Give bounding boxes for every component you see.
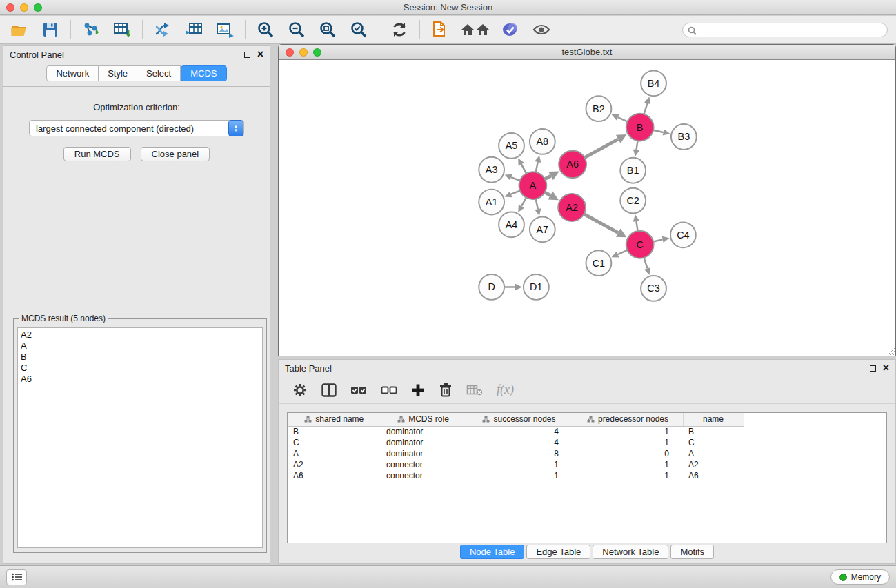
float-panel-icon[interactable] (244, 52, 250, 58)
network-node-A4[interactable]: A4 (499, 212, 524, 237)
tab-select[interactable]: Select (137, 65, 181, 81)
table-row[interactable]: A6connector11A6 (288, 470, 744, 481)
network-minimize-button[interactable] (299, 48, 308, 57)
network-edge-C-C4[interactable] (653, 239, 663, 241)
network-node-B[interactable]: B (626, 114, 654, 141)
table-row[interactable]: Adominator80A (288, 448, 744, 459)
network-node-C3[interactable]: C3 (641, 276, 666, 301)
network-edge-C-C2[interactable] (636, 221, 637, 231)
network-node-D1[interactable]: D1 (524, 274, 549, 300)
network-node-C4[interactable]: C4 (670, 222, 696, 247)
network-edge-C-C1[interactable] (618, 250, 628, 254)
network-edge-C-C3[interactable] (644, 258, 648, 269)
maximize-window-button[interactable] (34, 3, 42, 12)
network-edge-A-A3[interactable] (511, 177, 520, 181)
open-session-icon[interactable] (8, 19, 30, 41)
column-header-predecessor-nodes[interactable]: predecessor nodes (573, 413, 683, 426)
memory-button[interactable]: Memory (830, 569, 890, 585)
show-columns-icon[interactable] (321, 383, 337, 397)
network-maximize-button[interactable] (313, 48, 321, 57)
network-node-B4[interactable]: B4 (641, 70, 666, 96)
tab-mcds[interactable]: MCDS (181, 65, 226, 81)
network-node-C1[interactable]: C1 (586, 250, 612, 276)
network-edge-B-B3[interactable] (653, 130, 664, 132)
function-builder-icon[interactable]: f(x) (497, 383, 514, 397)
home-icon[interactable] (460, 19, 490, 41)
network-edge-A-A5[interactable] (521, 164, 526, 173)
network-node-A5[interactable]: A5 (499, 133, 524, 159)
network-node-A3[interactable]: A3 (479, 157, 504, 183)
network-edge-B-B1[interactable] (636, 141, 637, 150)
column-header-shared-name[interactable]: shared name (288, 413, 381, 426)
new-network-table-icon[interactable] (183, 19, 205, 41)
export-image-icon[interactable] (214, 19, 236, 41)
network-node-C[interactable]: C (626, 231, 654, 258)
resize-grip-icon[interactable] (886, 347, 895, 355)
network-node-A6[interactable]: A6 (559, 150, 586, 178)
new-network-icon[interactable] (152, 19, 174, 41)
close-panel-button[interactable]: Close panel (141, 147, 210, 161)
network-canvas[interactable]: B4B2BB3A5A8A6A3B1AC2A1A2A4A7C4CC1C3DD1 (279, 61, 895, 356)
tab-motifs[interactable]: Motifs (670, 545, 714, 559)
mcds-result-item[interactable]: B (21, 352, 259, 363)
network-edge-B-B4[interactable] (644, 103, 648, 114)
zoom-out-icon[interactable] (286, 19, 308, 41)
zoom-in-icon[interactable] (255, 19, 277, 41)
close-table-panel-icon[interactable]: × (883, 365, 889, 372)
close-window-button[interactable] (6, 3, 14, 12)
deselect-all-icon[interactable] (381, 385, 397, 396)
network-node-B2[interactable]: B2 (586, 96, 612, 121)
network-edge-B-B2[interactable] (618, 117, 628, 121)
table-row[interactable]: A2connector11A2 (288, 459, 744, 470)
table-row[interactable]: Bdominator41B (288, 426, 744, 437)
tab-edge-table[interactable]: Edge Table (526, 545, 590, 559)
network-node-A2[interactable]: A2 (558, 194, 586, 221)
column-header-successor-nodes[interactable]: successor nodes (466, 413, 573, 426)
network-edge-A-A4[interactable] (521, 198, 526, 207)
import-table-icon[interactable] (111, 19, 133, 41)
optimization-criterion-dropdown[interactable]: largest connected component (directed) ▲… (29, 120, 244, 136)
network-node-A[interactable]: A (519, 172, 546, 199)
network-edge-A2-C[interactable] (584, 214, 619, 233)
dropdown-stepper-icon[interactable]: ▲▼ (228, 120, 243, 136)
destroy-table-icon[interactable] (466, 384, 483, 396)
show-hide-eye-icon[interactable] (530, 19, 552, 41)
zoom-selected-icon[interactable] (348, 19, 370, 41)
mcds-result-item[interactable]: A (21, 341, 259, 352)
network-window-titlebar[interactable]: testGlobe.txt (279, 45, 895, 60)
select-all-icon[interactable] (350, 385, 367, 396)
mcds-result-item[interactable]: A2 (21, 330, 259, 341)
delete-column-icon[interactable] (439, 383, 452, 398)
network-node-B3[interactable]: B3 (671, 124, 697, 150)
column-header-name[interactable]: name (683, 413, 744, 426)
search-input[interactable] (682, 23, 888, 37)
add-column-icon[interactable] (411, 383, 425, 397)
network-node-A7[interactable]: A7 (530, 216, 555, 242)
network-node-A8[interactable]: A8 (530, 129, 555, 154)
mcds-result-item[interactable]: C (21, 363, 259, 374)
network-node-A1[interactable]: A1 (479, 190, 504, 215)
network-node-B1[interactable]: B1 (620, 158, 646, 183)
close-panel-icon[interactable]: × (257, 51, 263, 58)
float-table-panel-icon[interactable] (870, 365, 876, 372)
mcds-result-list[interactable]: A2ABCA6 (17, 327, 263, 548)
column-header-mcds-role[interactable]: MCDS role (381, 413, 466, 426)
mcds-result-item[interactable]: A6 (21, 374, 259, 385)
network-edge-A-A7[interactable] (536, 199, 538, 210)
table-row[interactable]: Cdominator41C (288, 437, 744, 448)
table-mode-gear-icon[interactable] (292, 383, 308, 398)
network-node-D[interactable]: D (479, 274, 504, 300)
task-history-button[interactable] (6, 569, 27, 585)
tab-network-table[interactable]: Network Table (593, 545, 668, 559)
refresh-layout-icon[interactable] (388, 19, 410, 41)
validate-check-icon[interactable] (499, 19, 521, 41)
import-network-icon[interactable] (80, 19, 102, 41)
network-edge-A-A6[interactable] (545, 176, 551, 179)
network-edge-A-A2[interactable] (545, 192, 550, 196)
save-session-icon[interactable] (39, 19, 61, 41)
open-document-icon[interactable] (429, 19, 451, 41)
network-node-C2[interactable]: C2 (620, 188, 646, 214)
network-edge-A-A1[interactable] (511, 191, 520, 194)
tab-node-table[interactable]: Node Table (460, 545, 525, 559)
run-mcds-button[interactable]: Run MCDS (63, 147, 131, 161)
